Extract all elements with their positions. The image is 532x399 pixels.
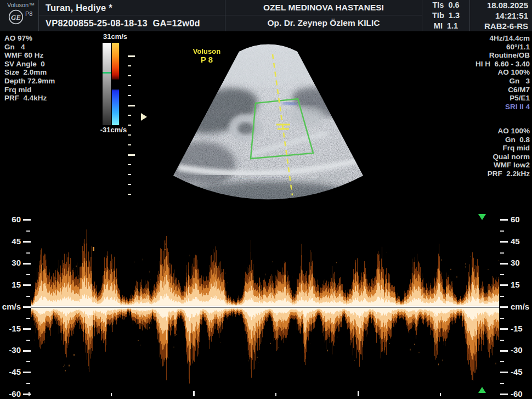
sri-setting: SRI II 4 [476,103,530,111]
depth-ruler-tick [128,115,131,116]
header-bar: Voluson™ GE P8 Turan, Hediye * VP8200855… [0,0,532,31]
param-line: WMF 60 Hz [4,51,55,60]
scale-label-right: -30 [511,345,532,355]
scale-label-right: 15 [511,280,532,290]
colorbar-min-velocity: -31cm/s [95,126,132,134]
param-line: C6/M7 [476,86,530,94]
model-label: P8 [25,10,32,17]
param-line: AO 97% [4,34,55,43]
scale-label-right: -60 [511,389,532,399]
depth-ruler-tick [128,65,131,66]
depth-ruler-tick [128,134,131,136]
param-line: SV Angle 0 [4,60,55,69]
doppler-cursor-line [273,54,292,195]
hospital-name: OZEL MEDINOVA HASTANESI [225,0,422,15]
velocity-minor-tick-right [500,296,504,297]
velocity-minor-tick-left [26,318,30,319]
hospital-section: OZEL MEDINOVA HASTANESI Op. Dr. Zeynep Ö… [225,0,422,31]
sample-volume-gate [276,125,290,129]
param-line: PRF 4.4kHz [4,94,55,103]
velocity-minor-tick-right [500,231,504,232]
patient-section: Turan, Hediye * VP8200855-25-08-18-13 GA… [38,0,225,31]
velocity-minor-tick-right [500,252,504,254]
param-line: 4Hz/14.4cm [476,34,530,43]
depth-ruler-tick [128,164,131,165]
grayscale-bar [103,43,111,125]
time-tick [358,391,359,396]
velocity-minor-tick-left [26,296,30,297]
color-velocity-bar [112,43,119,125]
velocity-minor-tick-left [26,340,30,341]
logo-section: Voluson™ GE P8 [0,0,38,31]
param-line: HI H 6.60 - 3.40 [476,60,530,69]
param-line: Routine/OB [476,51,530,60]
sweep-marker-bottom-icon [478,387,486,393]
param-line: Gn 3 [476,77,530,86]
ti-row: MI 1.1 [422,21,469,31]
bmode-image [0,0,532,211]
scale-label-left: -30 [0,345,21,355]
depth-ruler-tick [128,154,135,156]
depth-ruler-tick [128,174,131,175]
param-line: Qual norm [488,153,530,161]
scale-label-left: -15 [0,324,21,334]
date-section: 18.08.2025 14:21:51 RAB2-6-RS [469,0,532,31]
velocity-tick-left [23,284,31,286]
scale-label-left: -60 [0,389,21,399]
watermark-line2: P 8 [189,55,225,64]
depth-ruler-tick [128,105,135,106]
patient-id: VP8200855-25-08-18-13 [46,18,148,28]
doppler-parameters: AO 100% Gn 0.8 Frq mid Qual norm WMF low… [488,127,530,178]
exam-time: 14:21:51 [470,10,532,21]
velocity-tick-left [23,328,31,330]
param-line: WMF low2 [488,161,530,170]
velocity-tick-right [500,394,508,395]
depth-ruler-tick [128,184,131,185]
velocity-tick-left [23,350,31,352]
depth-ruler-tick [128,55,135,57]
ti-row: TIs 0.6 [422,0,469,10]
velocity-tick-left [23,241,31,243]
depth-ruler-tick [128,194,131,195]
velocity-tick-right [500,284,508,286]
velocity-tick-left [23,394,31,395]
voluson-logo-text: Voluson™ [7,2,35,8]
grayscale-marker [103,72,111,74]
scale-label-left: 45 [0,237,21,246]
param-line: P5/E1 [476,94,530,103]
velocity-tick-right [500,306,508,308]
velocity-minor-tick-left [26,361,30,362]
sweep-marker-top-icon [478,214,486,220]
scale-label-right: -45 [511,367,532,377]
probe-name: RAB2-6-RS [470,21,532,31]
depth-ruler-tick [128,125,131,126]
pw-parameters: AO 97% Gn 4 WMF 60 Hz SV Angle 0 Size 2.… [4,34,55,103]
fan-sector [173,44,363,200]
param-line: AO 100% [488,127,530,136]
thermal-index-section: TIs 0.6 TIb 1.3 MI 1.1 [422,0,469,31]
spectral-doppler-trace [31,213,499,399]
ge-logo-icon: GE [8,9,24,27]
scale-label-right: 30 [511,258,532,268]
velocity-tick-right [500,328,508,330]
depth-ruler-tick [128,75,131,76]
velocity-tick-left [23,306,31,308]
param-line: Size 2.0mm [4,68,55,77]
param-line: Depth 72.9mm [4,77,55,86]
color-roi-box [251,99,313,159]
probe-watermark: Voluson P 8 [189,47,225,64]
velocity-minor-tick-left [26,274,30,275]
colorbar-max-velocity: 31cm/s [99,32,131,41]
color-flow-flash [283,103,297,105]
velocity-tick-left [23,219,31,221]
scale-unit-right: cm/s [511,302,532,312]
svg-text:GE: GE [11,13,21,21]
bmode-parameters: 4Hz/14.4cm 60°/1.1 Routine/OB HI H 6.60 … [476,34,530,111]
velocity-minor-tick-left [26,252,30,254]
velocity-minor-tick-left [26,383,30,384]
param-line: Frq mid [4,86,55,94]
time-tick [193,391,195,396]
scale-label-left: 60 [0,215,21,224]
gestational-age: GA=12w0d [152,18,200,28]
watermark-line1: Voluson [189,47,225,55]
